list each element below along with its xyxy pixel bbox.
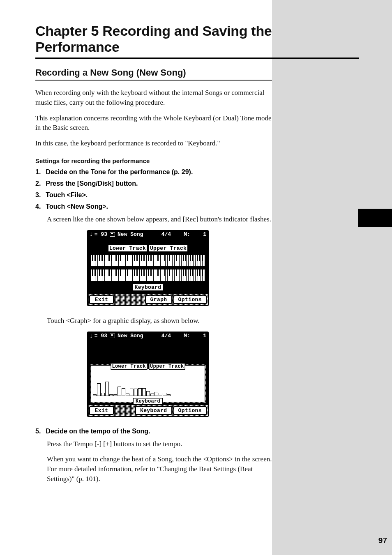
disk-icon bbox=[110, 232, 115, 237]
graph-area: Lower TrackUpper Track Keyboard bbox=[90, 364, 206, 403]
chapter-title: Chapter 5 Recording and Saving the Perfo… bbox=[35, 23, 272, 55]
section-subtitle: Recording a New Song (New Song) bbox=[35, 67, 272, 78]
measure-value: 1 bbox=[203, 231, 206, 237]
measure-label: M: bbox=[184, 231, 190, 237]
options-button[interactable]: Options bbox=[173, 295, 207, 304]
tempo-value: = 93 bbox=[95, 333, 107, 339]
intro-paragraph-3: In this case, the keyboard performance i… bbox=[35, 138, 272, 148]
options-button[interactable]: Options bbox=[173, 406, 207, 415]
sidebar-margin: If a Song is selected in which a perform… bbox=[272, 0, 392, 555]
step-label: 1. bbox=[35, 168, 41, 175]
timesig: 4/4 bbox=[161, 231, 171, 237]
upper-track-label[interactable]: Upper Track bbox=[149, 363, 185, 370]
step5-body-1: Press the Tempo [-] [+] buttons to set t… bbox=[47, 439, 272, 449]
screen2-intro: Touch <Graph> for a graphic display, as … bbox=[47, 316, 272, 326]
measure-label: M: bbox=[184, 333, 190, 339]
lower-track-label[interactable]: Lower Track bbox=[108, 245, 147, 252]
screen-buttons: Exit Graph Options bbox=[88, 294, 208, 305]
keyboard-button[interactable]: Keyboard bbox=[135, 406, 172, 415]
note-icon: ♩ bbox=[90, 231, 93, 238]
intro-paragraph-1: When recording only with the keyboard wi… bbox=[35, 88, 272, 108]
step-1: 1. Decide on the Tone for the performanc… bbox=[35, 168, 272, 176]
graph-button[interactable]: Graph bbox=[145, 295, 172, 304]
screen-header: ♩ = 93 New Song 4/4 M: 1 bbox=[88, 231, 208, 239]
measure-value: 1 bbox=[203, 333, 206, 339]
tempo-value: = 93 bbox=[95, 231, 107, 237]
graph-upper-blank bbox=[88, 340, 208, 362]
step-text: Decide on the Tone for the performance (… bbox=[46, 168, 193, 175]
keyboard-lower bbox=[90, 269, 205, 281]
step-5: 5. Decide on the tempo of the Song. bbox=[35, 428, 272, 435]
page-number: 97 bbox=[378, 536, 387, 545]
step-text: Touch <File>. bbox=[46, 191, 88, 198]
step-text: Decide on the tempo of the Song. bbox=[46, 428, 150, 435]
keyboard-label[interactable]: Keyboard bbox=[132, 284, 164, 291]
keyboard-label[interactable]: Keyboard bbox=[133, 398, 163, 405]
title-rule bbox=[35, 58, 359, 59]
settings-caption: Settings for recording the performance bbox=[35, 157, 272, 164]
step-label: 5. bbox=[35, 428, 41, 435]
section-tab bbox=[358, 209, 392, 227]
step-label: 4. bbox=[35, 203, 41, 210]
song-name: New Song bbox=[118, 231, 143, 237]
step-4: 4. Touch <New Song>. bbox=[35, 203, 272, 210]
track-labels-row: Lower TrackUpper Track bbox=[90, 244, 205, 252]
step5-body-2: When you want to change the beat of a So… bbox=[47, 454, 272, 484]
step4-note: A screen like the one shown below appear… bbox=[47, 214, 272, 224]
step-text: Press the [Song/Disk] button. bbox=[46, 180, 138, 187]
note-icon: ♩ bbox=[90, 333, 93, 339]
subtitle-rule bbox=[35, 80, 272, 81]
step-3: 3. Touch <File>. bbox=[35, 191, 272, 199]
step-text: Touch <New Song>. bbox=[46, 203, 108, 210]
lower-track-label[interactable]: Lower Track bbox=[111, 363, 147, 370]
exit-button[interactable]: Exit bbox=[89, 406, 114, 415]
song-name: New Song bbox=[118, 333, 143, 339]
graph-bars bbox=[93, 380, 203, 396]
step-label: 2. bbox=[35, 180, 41, 187]
keyboard-upper bbox=[90, 254, 205, 267]
exit-button[interactable]: Exit bbox=[89, 295, 114, 304]
step-label: 3. bbox=[35, 191, 41, 198]
screen-buttons: Exit Keyboard Options bbox=[88, 405, 208, 416]
timesig: 4/4 bbox=[161, 333, 171, 339]
screen-header: ♩ = 93 New Song 4/4 M: 1 bbox=[88, 332, 208, 340]
screenshot-graph-view: ♩ = 93 New Song 4/4 M: 1 bbox=[87, 332, 209, 417]
step-2: 2. Press the [Song/Disk] button. bbox=[35, 180, 272, 187]
disk-icon bbox=[110, 334, 115, 338]
intro-paragraph-2: This explanation concerns recording with… bbox=[35, 113, 272, 133]
upper-track-label[interactable]: Upper Track bbox=[149, 245, 188, 252]
screenshot-keyboard-view: ♩ = 93 New Song 4/4 M: 1 bbox=[87, 230, 209, 306]
